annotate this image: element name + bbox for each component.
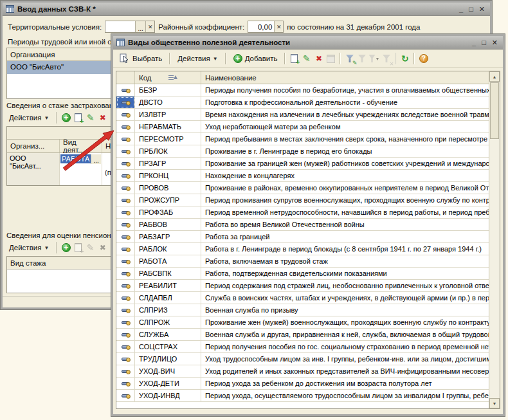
actions-button[interactable]: Действия ▼ <box>174 53 221 64</box>
edit-button-disabled[interactable]: ✎ <box>85 242 96 253</box>
row-icon-cell[interactable] <box>116 292 135 304</box>
row-name[interactable]: Работа, подтвержденная свидетельскими по… <box>201 268 489 279</box>
row-name[interactable]: Служба в воинских частях, штабах и учреж… <box>201 292 489 304</box>
row-name[interactable]: Период ухода, осуществляемого трудоспосо… <box>201 390 489 401</box>
row-icon-cell[interactable] <box>116 145 135 157</box>
row-icon-cell[interactable] <box>116 133 135 145</box>
table-row[interactable]: РАБВОВ Работа во время Великой Отечестве… <box>116 219 489 231</box>
filter-button-disabled[interactable] <box>356 53 367 64</box>
row-icon-cell[interactable] <box>116 158 135 169</box>
row-icon-cell[interactable] <box>116 231 135 242</box>
row-code[interactable]: РЕАБИЛИТ <box>135 280 201 291</box>
edit-button[interactable]: ✎ <box>301 53 312 64</box>
row-code[interactable]: СЛДАПБЛ <box>135 292 201 304</box>
row-code[interactable]: ПРКОНЦ <box>135 170 201 181</box>
row-code[interactable]: УХОД-ИНВД <box>135 390 201 401</box>
row-name[interactable]: Проживание в районах, временно оккупиров… <box>201 182 489 194</box>
table-row[interactable]: СЛУЖБА Военная служба и другая, приравне… <box>116 329 489 341</box>
add-button[interactable]: + <box>60 242 71 253</box>
table-row[interactable]: РАБЛОК Работа в г. Ленинграде в период б… <box>116 243 489 255</box>
stazh-vid-cell[interactable]: РАБОТА <box>60 154 91 163</box>
row-icon-cell[interactable] <box>116 243 135 255</box>
table-row[interactable]: СОЦСТРАХ Период получения пособия по гос… <box>116 341 489 353</box>
row-name[interactable]: Периоды получения пособия по безработице… <box>201 84 489 96</box>
row-name[interactable]: Нахождение в концлагерях <box>201 170 489 181</box>
row-icon-cell[interactable] <box>116 365 135 377</box>
table-row[interactable]: ПРОВОВ Проживание в районах, временно ок… <box>116 182 489 194</box>
row-icon-cell[interactable] <box>116 280 135 291</box>
delete-button[interactable]: ✖ <box>97 113 108 123</box>
row-icon-cell[interactable] <box>116 109 135 120</box>
row-code[interactable]: СЛУЖБА <box>135 329 201 340</box>
row-code[interactable]: ПРБЛОК <box>135 145 201 157</box>
row-name[interactable]: Период содержания под стражей лиц, необо… <box>201 280 489 291</box>
table-row[interactable]: ПЕРЕСМОТР Период пребывания в местах зак… <box>116 133 489 145</box>
row-code[interactable]: РАБОТА <box>135 255 201 267</box>
row-icon-cell[interactable] <box>116 378 135 389</box>
clear-filter-button-disabled[interactable] <box>381 53 392 64</box>
territorial-input[interactable]: ... ✕ <box>105 21 155 33</box>
stazh-actions-button[interactable]: Действия ▼ <box>5 112 53 123</box>
row-code[interactable]: ИЗЛВТР <box>135 109 201 120</box>
row-icon-cell[interactable] <box>116 194 135 206</box>
row-name[interactable]: Проживание в г. Ленинграде в период его … <box>201 145 489 157</box>
row-name[interactable]: Военная служба и другая, приравненная к … <box>201 329 489 340</box>
row-code[interactable]: РАБСВПК <box>135 268 201 279</box>
delete-button[interactable]: ✖ <box>313 53 324 64</box>
dialog-titlebar[interactable]: Виды общественно полезной деятельности _… <box>113 36 503 50</box>
vid-pick-button[interactable]: ... <box>91 154 101 164</box>
add-button[interactable]: + Добавить <box>230 52 282 65</box>
table-row[interactable]: СЛПРОЖ Проживание жен (мужей) военнослуж… <box>116 316 489 329</box>
date-interval-button-disabled[interactable] <box>325 53 336 64</box>
row-code[interactable]: СЛПРОЖ <box>135 316 201 328</box>
table-row[interactable]: РАБОТА Работа, включаемая в трудовой ста… <box>116 255 489 268</box>
row-name[interactable]: Уход трудоспособным лицом за инв. I груп… <box>201 353 489 365</box>
territorial-pick-button[interactable]: ... <box>135 21 145 32</box>
row-code[interactable]: ПРОФЗАБ <box>135 206 201 218</box>
row-code[interactable]: ПРОВОВ <box>135 182 201 194</box>
row-icon-cell[interactable] <box>116 329 135 340</box>
row-code[interactable]: ТРУДЛИЦО <box>135 353 201 365</box>
edit-button[interactable]: ✎ <box>85 113 96 123</box>
table-row[interactable]: УХОД-ИНВД Период ухода, осуществляемого … <box>116 390 489 402</box>
row-code[interactable]: БЕЗР <box>135 84 201 96</box>
row-name[interactable]: Период проживания супругов военнослужащи… <box>201 194 489 206</box>
delete-button-disabled[interactable]: ✖ <box>97 242 108 253</box>
territorial-clear-button[interactable]: ✕ <box>145 21 154 32</box>
scroll-up-icon[interactable]: ▲ <box>489 71 500 82</box>
help-button[interactable]: ? <box>418 53 429 64</box>
row-code[interactable]: НЕРАБМАТЬ <box>135 121 201 132</box>
row-code[interactable]: ПРОЖСУПР <box>135 194 201 206</box>
table-row[interactable]: СЛДАПБЛ Служба в воинских частях, штабах… <box>116 292 489 304</box>
table-row[interactable]: УХОД-ДЕТИ Период ухода за ребенком до до… <box>116 378 489 390</box>
row-name[interactable]: Период пребывания в местах заключения св… <box>201 133 489 145</box>
pension-actions-button[interactable]: Действия ▼ <box>5 242 53 253</box>
row-code[interactable]: ПРЗАГР <box>135 158 201 169</box>
row-icon-cell[interactable] <box>116 255 135 267</box>
row-name[interactable]: Работа за границей <box>201 231 489 242</box>
row-name[interactable]: Период получения пособия по гос. социаль… <box>201 341 489 352</box>
table-row[interactable]: ПРОФЗАБ Период временной нетрудоспособно… <box>116 206 489 219</box>
copy-button[interactable] <box>73 113 84 123</box>
row-icon-cell[interactable] <box>116 170 135 181</box>
row-code[interactable]: УХОД-ДЕТИ <box>135 378 201 389</box>
list-settings-button[interactable] <box>344 53 355 64</box>
table-row[interactable]: НЕРАБМАТЬ Уход неработающей матери за ре… <box>116 121 489 133</box>
szvk-titlebar[interactable]: Ввод данных СЗВ-К * _ □ ✕ <box>3 3 490 16</box>
coefficient-input[interactable]: 0,00 ✕ <box>248 21 284 33</box>
table-row[interactable]: ПРКОНЦ Нахождение в концлагерях <box>116 170 489 182</box>
row-icon-cell[interactable] <box>116 206 135 218</box>
icon-column-header[interactable] <box>116 71 135 84</box>
maximize-icon[interactable]: □ <box>482 39 486 47</box>
table-row[interactable]: ПРЗАГР Проживание за границей жен (мужей… <box>116 158 489 170</box>
table-row[interactable]: БЕЗР Периоды получения пособия по безраб… <box>116 84 489 96</box>
row-code[interactable]: СЛПРИЗ <box>135 304 201 316</box>
filter-by-value-button-disabled[interactable]: ▼ <box>368 53 379 64</box>
table-row[interactable]: РАБСВПК Работа, подтвержденная свидетель… <box>116 268 489 280</box>
table-row[interactable]: ТРУДЛИЦО Уход трудоспособным лицом за ин… <box>116 353 489 365</box>
table-row[interactable]: ИЗЛВТР Время нахождения на излечении в л… <box>116 109 489 121</box>
row-name[interactable]: Уход родителей и иных законных представи… <box>201 365 489 377</box>
vertical-scrollbar[interactable]: ▲ ▼ <box>489 71 500 408</box>
row-icon-cell[interactable] <box>116 353 135 365</box>
close-icon[interactable]: ✕ <box>492 39 498 47</box>
